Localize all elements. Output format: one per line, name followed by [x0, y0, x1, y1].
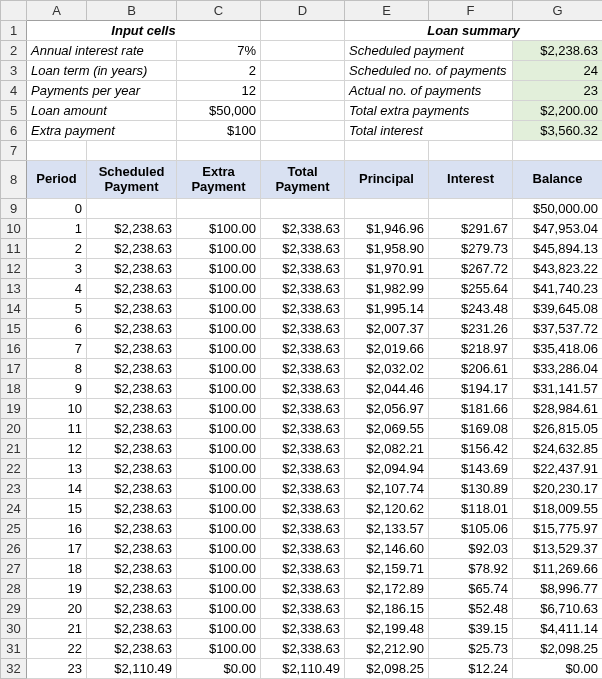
cell-interest[interactable]: $78.92 — [429, 559, 513, 579]
cell-principal[interactable]: $2,019.66 — [345, 339, 429, 359]
cell-principal[interactable]: $2,032.02 — [345, 359, 429, 379]
cell-balance[interactable]: $50,000.00 — [513, 199, 603, 219]
cell[interactable] — [261, 21, 345, 41]
cell-scheduled[interactable]: $2,238.63 — [87, 619, 177, 639]
row-header[interactable]: 19 — [1, 399, 27, 419]
cell-principal[interactable]: $1,982.99 — [345, 279, 429, 299]
loan-summary-header[interactable]: Loan summary — [345, 21, 603, 41]
cell-period[interactable]: 22 — [27, 639, 87, 659]
cell-extra[interactable]: $100.00 — [177, 539, 261, 559]
cell-balance[interactable]: $43,823.22 — [513, 259, 603, 279]
th-principal[interactable]: Principal — [345, 161, 429, 199]
cell-extra[interactable]: $100.00 — [177, 599, 261, 619]
cell[interactable] — [261, 141, 345, 161]
cell-scheduled[interactable]: $2,238.63 — [87, 639, 177, 659]
cell-interest[interactable]: $65.74 — [429, 579, 513, 599]
column-header-c[interactable]: C — [177, 1, 261, 21]
cell-extra[interactable]: $100.00 — [177, 339, 261, 359]
input-cells-header[interactable]: Input cells — [27, 21, 261, 41]
cell-period[interactable]: 20 — [27, 599, 87, 619]
extra-payment-value[interactable]: $100 — [177, 121, 261, 141]
cell-period[interactable]: 2 — [27, 239, 87, 259]
cell-principal[interactable]: $2,044.46 — [345, 379, 429, 399]
row-header[interactable]: 3 — [1, 61, 27, 81]
cell-scheduled[interactable]: $2,238.63 — [87, 379, 177, 399]
cell[interactable] — [177, 141, 261, 161]
cell-principal[interactable]: $2,133.57 — [345, 519, 429, 539]
cell-interest[interactable]: $231.26 — [429, 319, 513, 339]
cell-principal[interactable]: $2,069.55 — [345, 419, 429, 439]
cell-scheduled[interactable]: $2,238.63 — [87, 459, 177, 479]
cell-balance[interactable]: $6,710.63 — [513, 599, 603, 619]
cell-principal[interactable]: $2,212.90 — [345, 639, 429, 659]
cell[interactable] — [87, 141, 177, 161]
cell-principal[interactable]: $2,120.62 — [345, 499, 429, 519]
cell-balance[interactable]: $4,411.14 — [513, 619, 603, 639]
cell-extra[interactable]: $100.00 — [177, 619, 261, 639]
cell-balance[interactable]: $28,984.61 — [513, 399, 603, 419]
cell-total[interactable]: $2,338.63 — [261, 239, 345, 259]
cell-period[interactable]: 13 — [27, 459, 87, 479]
row-header[interactable]: 29 — [1, 599, 27, 619]
select-all-corner[interactable] — [1, 1, 27, 21]
cell-balance[interactable]: $18,009.55 — [513, 499, 603, 519]
cell-total[interactable]: $2,110.49 — [261, 659, 345, 679]
row-header[interactable]: 25 — [1, 519, 27, 539]
th-total-payment[interactable]: Total Payment — [261, 161, 345, 199]
cell-principal[interactable]: $2,098.25 — [345, 659, 429, 679]
cell-interest[interactable]: $279.73 — [429, 239, 513, 259]
cell-extra[interactable]: $100.00 — [177, 379, 261, 399]
total-interest-label[interactable]: Total interest — [345, 121, 513, 141]
cell-period[interactable]: 8 — [27, 359, 87, 379]
row-header[interactable]: 28 — [1, 579, 27, 599]
cell[interactable] — [429, 141, 513, 161]
cell-period[interactable]: 7 — [27, 339, 87, 359]
th-balance[interactable]: Balance — [513, 161, 603, 199]
cell-total[interactable]: $2,338.63 — [261, 539, 345, 559]
cell[interactable] — [261, 81, 345, 101]
th-period[interactable]: Period — [27, 161, 87, 199]
cell-interest[interactable]: $130.89 — [429, 479, 513, 499]
cell-total[interactable]: $2,338.63 — [261, 519, 345, 539]
cell-principal[interactable]: $2,082.21 — [345, 439, 429, 459]
row-header[interactable]: 8 — [1, 161, 27, 199]
cell-period[interactable]: 21 — [27, 619, 87, 639]
cell-scheduled[interactable]: $2,238.63 — [87, 419, 177, 439]
cell-balance[interactable]: $2,098.25 — [513, 639, 603, 659]
cell-balance[interactable]: $41,740.23 — [513, 279, 603, 299]
annual-rate-label[interactable]: Annual interest rate — [27, 41, 177, 61]
cell-total[interactable]: $2,338.63 — [261, 339, 345, 359]
cell-principal[interactable]: $2,159.71 — [345, 559, 429, 579]
cell-interest[interactable]: $39.15 — [429, 619, 513, 639]
loan-term-value[interactable]: 2 — [177, 61, 261, 81]
cell-balance[interactable]: $39,645.08 — [513, 299, 603, 319]
scheduled-payment-value[interactable]: $2,238.63 — [513, 41, 603, 61]
cell-balance[interactable]: $13,529.37 — [513, 539, 603, 559]
row-header[interactable]: 12 — [1, 259, 27, 279]
cell-period[interactable]: 9 — [27, 379, 87, 399]
row-header[interactable]: 32 — [1, 659, 27, 679]
cell-interest[interactable]: $156.42 — [429, 439, 513, 459]
annual-rate-value[interactable]: 7% — [177, 41, 261, 61]
cell-balance[interactable]: $24,632.85 — [513, 439, 603, 459]
actual-no-label[interactable]: Actual no. of payments — [345, 81, 513, 101]
cell-scheduled[interactable]: $2,238.63 — [87, 359, 177, 379]
cell-extra[interactable]: $100.00 — [177, 419, 261, 439]
cell-period[interactable]: 3 — [27, 259, 87, 279]
cell-period[interactable]: 19 — [27, 579, 87, 599]
cell-principal[interactable]: $1,946.96 — [345, 219, 429, 239]
cell-period[interactable]: 12 — [27, 439, 87, 459]
column-header-e[interactable]: E — [345, 1, 429, 21]
row-header[interactable]: 17 — [1, 359, 27, 379]
spreadsheet-grid[interactable]: ABCDEFG1Input cellsLoan summary2Annual i… — [0, 0, 602, 679]
cell[interactable] — [261, 61, 345, 81]
cell-extra[interactable]: $100.00 — [177, 239, 261, 259]
cell[interactable] — [261, 101, 345, 121]
cell-balance[interactable]: $15,775.97 — [513, 519, 603, 539]
cell-extra[interactable]: $100.00 — [177, 499, 261, 519]
loan-amount-value[interactable]: $50,000 — [177, 101, 261, 121]
cell-principal[interactable]: $1,970.91 — [345, 259, 429, 279]
cell-interest[interactable]: $12.24 — [429, 659, 513, 679]
row-header[interactable]: 16 — [1, 339, 27, 359]
cell-total[interactable]: $2,338.63 — [261, 219, 345, 239]
